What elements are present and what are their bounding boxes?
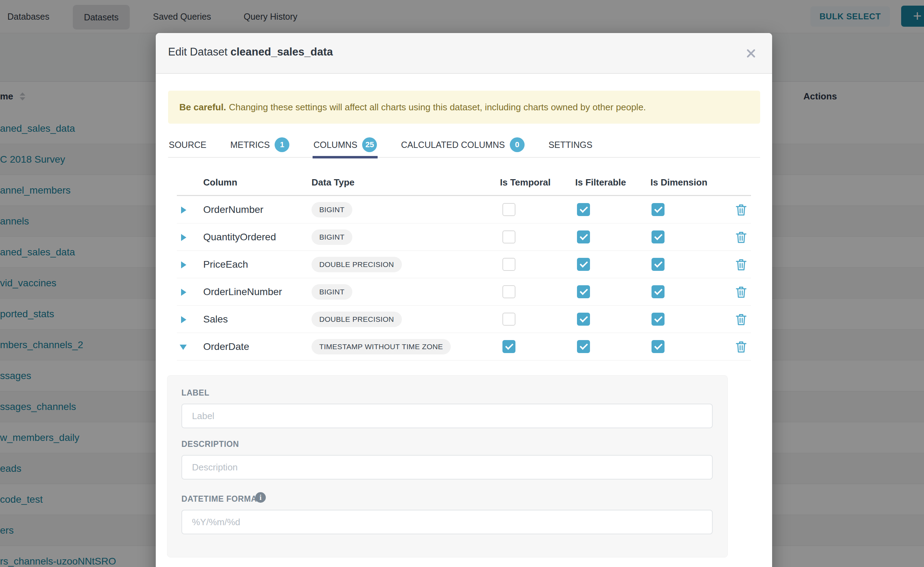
warning-bold: Be careful. — [179, 102, 226, 113]
column-row: Sales DOUBLE PRECISION — [177, 306, 751, 333]
column-name: PriceEach — [203, 259, 248, 270]
tab-label: METRICS — [230, 140, 270, 150]
info-icon[interactable]: i — [255, 492, 266, 503]
column-detail-panel: LABEL DESCRIPTION DATETIME FORMAT i — [167, 375, 728, 558]
data-type-pill: DOUBLE PRECISION — [312, 312, 402, 327]
column-name: Sales — [203, 314, 228, 325]
is-filterable-checkbox[interactable] — [577, 340, 590, 353]
tab-label: CALCULATED COLUMNS — [401, 140, 504, 150]
data-type-pill: TIMESTAMP WITHOUT TIME ZONE — [312, 339, 451, 354]
data-type-pill: DOUBLE PRECISION — [312, 257, 402, 272]
expand-caret-icon[interactable] — [181, 289, 187, 296]
trash-icon — [735, 340, 747, 353]
expand-caret-icon[interactable] — [181, 207, 187, 214]
is-temporal-checkbox[interactable] — [503, 285, 515, 298]
tab-source[interactable]: SOURCE — [168, 132, 207, 157]
column-row: PriceEach DOUBLE PRECISION — [177, 251, 751, 278]
data-type-pill: BIGINT — [312, 230, 352, 245]
warning-text: Changing these settings will affect all … — [229, 102, 646, 113]
warning-banner: Be careful. Changing these settings will… — [168, 91, 760, 124]
delete-column-button[interactable] — [735, 203, 747, 216]
is-temporal-checkbox[interactable] — [503, 231, 515, 243]
tab-metrics[interactable]: METRICS1 — [230, 132, 290, 157]
datetime-format-field-label: DATETIME FORMAT — [181, 494, 262, 504]
column-row: QuantityOrdered BIGINT — [177, 224, 751, 251]
delete-column-button[interactable] — [735, 340, 747, 353]
label-field-label: LABEL — [181, 388, 209, 398]
trash-icon — [735, 231, 747, 243]
header-is-filterable: Is Filterable — [575, 177, 626, 188]
column-row: OrderNumber BIGINT — [177, 196, 751, 224]
tab-label: SOURCE — [169, 140, 206, 150]
modal-title-dataset: cleaned_sales_data — [230, 46, 333, 58]
expand-caret-icon[interactable] — [181, 261, 187, 268]
expand-caret-icon[interactable] — [181, 234, 187, 241]
is-dimension-checkbox[interactable] — [652, 258, 665, 271]
column-name: OrderNumber — [203, 204, 263, 215]
expand-caret-icon[interactable] — [181, 316, 187, 323]
trash-icon — [735, 258, 747, 271]
is-filterable-checkbox[interactable] — [577, 313, 590, 326]
calculated-columns-count-badge: 0 — [510, 137, 525, 152]
data-type-pill: BIGINT — [312, 202, 352, 218]
header-is-dimension: Is Dimension — [650, 177, 707, 188]
delete-column-button[interactable] — [735, 313, 747, 326]
delete-column-button[interactable] — [735, 231, 747, 243]
edit-dataset-modal: Edit Dataset cleaned_sales_data Be caref… — [156, 33, 772, 567]
close-icon — [745, 48, 757, 59]
trash-icon — [735, 313, 747, 326]
tab-label: SETTINGS — [548, 140, 593, 150]
is-temporal-checkbox[interactable] — [503, 203, 515, 216]
is-dimension-checkbox[interactable] — [652, 340, 665, 353]
description-input[interactable] — [181, 455, 713, 480]
is-dimension-checkbox[interactable] — [652, 285, 665, 298]
modal-title-prefix: Edit Dataset — [168, 46, 230, 58]
header-column: Column — [203, 177, 237, 188]
header-data-type: Data Type — [312, 177, 354, 188]
is-filterable-checkbox[interactable] — [577, 203, 590, 216]
datetime-format-input[interactable] — [181, 510, 713, 534]
delete-column-button[interactable] — [735, 258, 747, 271]
column-row-expanded: OrderDate TIMESTAMP WITHOUT TIME ZONE — [177, 333, 751, 360]
column-name: OrderLineNumber — [203, 286, 282, 297]
close-button[interactable] — [744, 46, 758, 60]
datasets-page: Databases Datasets Saved Queries Query H… — [0, 0, 924, 567]
description-field-label: DESCRIPTION — [181, 440, 239, 449]
is-temporal-checkbox[interactable] — [503, 340, 515, 353]
columns-count-badge: 25 — [362, 137, 377, 152]
tab-columns[interactable]: COLUMNS25 — [313, 132, 378, 157]
tab-settings[interactable]: SETTINGS — [548, 132, 593, 157]
column-name: QuantityOrdered — [203, 231, 276, 243]
is-filterable-checkbox[interactable] — [577, 231, 590, 243]
tab-label: COLUMNS — [313, 140, 357, 150]
metrics-count-badge: 1 — [275, 137, 289, 152]
is-dimension-checkbox[interactable] — [652, 313, 665, 326]
modal-tabs: SOURCE METRICS1 COLUMNS25 CALCULATED COL… — [168, 132, 760, 158]
tab-calculated-columns[interactable]: CALCULATED COLUMNS0 — [400, 132, 525, 157]
is-temporal-checkbox[interactable] — [503, 313, 515, 326]
column-name: OrderDate — [203, 341, 249, 352]
is-temporal-checkbox[interactable] — [503, 258, 515, 271]
is-dimension-checkbox[interactable] — [652, 203, 665, 216]
label-input[interactable] — [181, 404, 713, 428]
trash-icon — [735, 203, 747, 216]
trash-icon — [735, 286, 747, 298]
is-dimension-checkbox[interactable] — [652, 231, 665, 243]
is-filterable-checkbox[interactable] — [577, 258, 590, 271]
modal-header: Edit Dataset cleaned_sales_data — [156, 33, 772, 74]
is-filterable-checkbox[interactable] — [577, 285, 590, 298]
data-type-pill: BIGINT — [312, 284, 352, 300]
header-is-temporal: Is Temporal — [500, 177, 551, 188]
modal-title: Edit Dataset cleaned_sales_data — [168, 46, 333, 58]
delete-column-button[interactable] — [735, 286, 747, 298]
collapse-caret-icon[interactable] — [180, 345, 187, 350]
columns-table-header: Column Data Type Is Temporal Is Filterab… — [177, 169, 751, 196]
column-row: OrderLineNumber BIGINT — [177, 278, 751, 306]
columns-table: Column Data Type Is Temporal Is Filterab… — [177, 169, 751, 360]
